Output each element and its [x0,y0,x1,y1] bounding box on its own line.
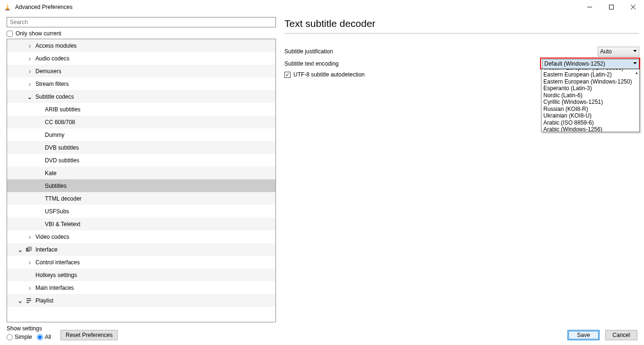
encoding-option[interactable]: Arabic (Windows-1256) [541,126,639,132]
tree-item[interactable]: CC 608/708 [7,116,275,128]
label-encoding: Subtitle text encoding [284,60,426,67]
right-panel: Text subtitle decoder Subtitle justifica… [284,17,639,322]
svg-rect-2 [6,8,9,8]
interface-icon [25,246,33,253]
tree-item[interactable]: Stream filters [7,77,275,90]
utf8-checkbox[interactable]: ✓ [284,72,291,78]
tree-item-label: DVD subtitles [42,157,79,164]
tree-item[interactable]: ARIB subtitles [7,103,275,116]
chevron-right-icon[interactable] [27,235,33,239]
encoding-option[interactable]: Eastern European (Windows-1250) [541,78,639,85]
tree-item-label: Control interfaces [33,259,80,266]
show-settings-label: Show settings [7,325,51,332]
tree-item-label: Stream filters [33,81,69,87]
tree-item[interactable]: Subtitles [7,179,275,192]
chevron-right-icon[interactable] [27,43,33,48]
encoding-option[interactable]: Eastern European (Latin-2) [541,71,639,78]
chevron-right-icon[interactable] [27,82,33,86]
tree-item[interactable]: VBI & Teletext [7,218,275,230]
tree-item[interactable]: Audio codecs [7,52,275,65]
tree-item[interactable]: Dummy [7,128,275,141]
tree-item[interactable]: USFSubs [7,205,275,218]
tree-item-label: Kate [42,170,57,177]
tree-item[interactable]: Access modules [7,39,275,52]
save-button[interactable]: Save [567,330,600,340]
radio-simple-label: Simple [15,334,32,340]
svg-rect-3 [5,9,10,10]
tree-item-label: Demuxers [33,68,61,75]
encoding-dropdown-list[interactable]: ▴ Western European (IBM 00850)Eastern Eu… [541,69,640,132]
chevron-down-icon[interactable] [17,299,23,303]
playlist-icon [25,297,33,304]
svg-marker-0 [6,4,9,9]
select-encoding-value: Default (Windows-1252) [544,60,605,67]
select-encoding[interactable]: Default (Windows-1252) [542,59,639,69]
tree-item[interactable]: Kate [7,167,275,179]
tree-item-label: Audio codecs [33,55,69,62]
tree-item-label: Interface [33,246,58,253]
select-justification[interactable]: Auto [598,47,639,57]
tree-item[interactable]: Hotkeys settings [7,269,275,281]
minimize-button[interactable] [579,0,601,14]
encoding-option[interactable]: Nordic (Latin-6) [541,92,639,99]
search-input[interactable] [7,17,276,27]
tree-item-label: ARIB subtitles [42,106,80,113]
tree-item-label: Dummy [42,132,64,138]
window-title: Advanced Preferences [15,4,72,10]
chevron-right-icon[interactable] [27,286,33,290]
scroll-up-arrow-icon[interactable]: ▴ [635,70,638,75]
close-button[interactable] [622,0,644,14]
tree-item[interactable]: Playlist [7,294,275,307]
tree-item[interactable]: Demuxers [7,65,275,77]
preferences-tree[interactable]: Access modulesAudio codecsDemuxersStream… [7,39,275,322]
label-justification: Subtitle justification [284,48,426,55]
tree-item[interactable]: DVD subtitles [7,154,275,167]
svg-rect-9 [28,247,32,251]
tree-item-label: DVB subtitles [42,144,79,151]
tree-item-label: CC 608/708 [42,119,75,126]
encoding-option[interactable]: Arabic (ISO 8859-6) [541,119,639,126]
reset-preferences-button[interactable]: Reset Preferences [60,330,118,340]
chevron-right-icon[interactable] [27,69,33,74]
chevron-down-icon [633,61,637,65]
only-show-current-checkbox[interactable]: Only show current [7,30,276,37]
tree-item[interactable]: Control interfaces [7,256,275,269]
chevron-down-icon[interactable] [17,248,23,252]
encoding-option[interactable]: Esperanto (Latin-3) [541,85,639,92]
svg-rect-1 [7,6,9,6]
chevron-right-icon[interactable] [27,260,33,265]
titlebar: Advanced Preferences [0,0,644,14]
left-panel: Only show current Access modulesAudio co… [7,17,276,322]
tree-item[interactable]: Interface [7,243,275,256]
cancel-button[interactable]: Cancel [605,330,637,340]
encoding-option[interactable]: Ukrainian (KOI8-U) [541,112,639,119]
svg-rect-5 [610,5,614,9]
tree-item-label: VBI & Teletext [42,221,80,227]
select-justification-value: Auto [600,48,612,55]
row-justification: Subtitle justification Auto [284,46,639,57]
tree-item-label: Access modules [33,42,77,49]
only-show-current-box[interactable] [7,31,13,37]
tree-item-label: Video codecs [33,234,69,240]
tree-item[interactable]: DVB subtitles [7,141,275,154]
tree-item-label: USFSubs [42,208,69,215]
panel-heading: Text subtitle decoder [284,17,639,33]
radio-all[interactable]: All [37,334,51,340]
label-utf8: UTF-8 subtitle autodetection [293,71,365,78]
radio-simple[interactable]: Simple [7,334,32,340]
show-settings-group: Show settings Simple All [7,325,51,340]
tree-item-label: TTML decoder [42,195,82,202]
tree-item[interactable]: Video codecs [7,230,275,243]
only-show-current-label: Only show current [16,30,61,37]
chevron-right-icon[interactable] [27,56,33,61]
maximize-button[interactable] [601,0,622,14]
tree-item[interactable]: Main interfaces [7,281,275,294]
encoding-option[interactable]: Russian (KOI8-R) [541,106,639,113]
tree-item[interactable]: Subtitle codecs [7,90,275,103]
tree-item-label: Hotkeys settings [33,272,77,278]
svg-marker-13 [633,50,637,52]
chevron-down-icon[interactable] [27,95,33,99]
encoding-option[interactable]: Cyrillic (Windows-1251) [541,99,639,106]
tree-item-label: Subtitles [42,183,67,189]
tree-item[interactable]: TTML decoder [7,192,275,205]
